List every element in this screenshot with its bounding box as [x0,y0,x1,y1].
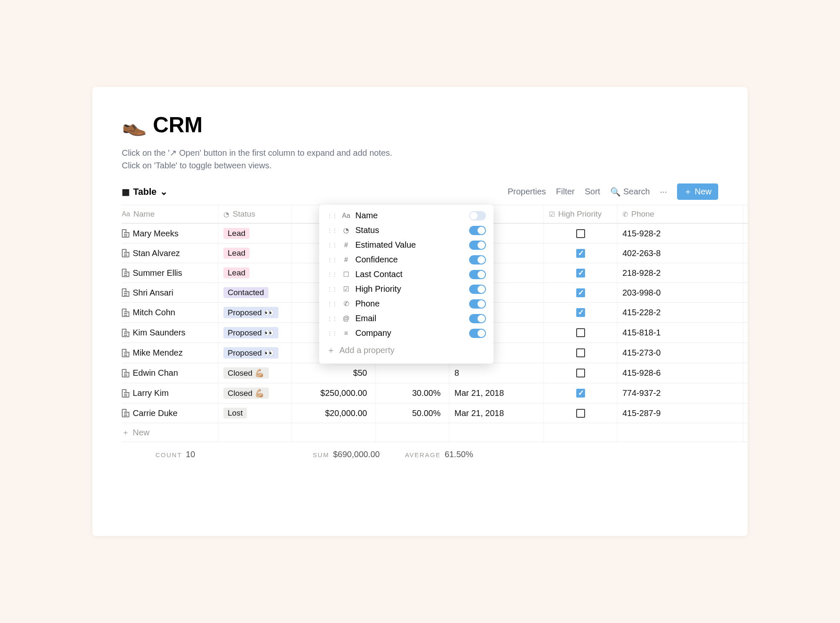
cell-estimated[interactable]: $250,000.00 [292,383,376,403]
checkbox[interactable] [576,389,585,398]
cell-phone[interactable]: 415-928-2 [617,224,743,243]
drag-handle-icon[interactable]: ⋮⋮ [327,257,337,263]
visibility-toggle[interactable] [469,329,486,338]
cell-phone[interactable]: 415-818-1 [617,323,743,343]
cell-status[interactable]: Proposed 👀 [218,343,292,363]
checkbox[interactable] [576,409,585,418]
property-row[interactable]: ⋮⋮≡Company [319,326,494,340]
search-button[interactable]: 🔍 Search [610,187,650,197]
property-row[interactable]: ⋮⋮#Estimated Value [319,238,494,252]
checkbox[interactable] [576,249,585,258]
visibility-toggle[interactable] [469,211,486,220]
cell-name[interactable]: Carrie Duke [92,403,218,423]
col-status[interactable]: ◔Status [218,205,292,223]
cell-name[interactable]: Kim Saunders [92,323,218,343]
properties-button[interactable]: Properties [508,187,546,196]
checkbox[interactable] [576,269,585,277]
cell-name[interactable]: Edwin Chan [92,363,218,383]
cell-phone[interactable]: 415-273-0 [617,343,743,363]
cell-phone[interactable]: 415-287-9 [617,403,743,423]
checkbox[interactable] [576,328,585,337]
drag-handle-icon[interactable]: ⋮⋮ [327,330,337,337]
col-high-priority[interactable]: ☑High Priority [544,205,617,223]
view-selector[interactable]: ▦ Table ⌄ [122,186,168,197]
drag-handle-icon[interactable]: ⋮⋮ [327,212,337,219]
cell-high-priority[interactable] [544,323,617,343]
cell-confidence[interactable] [376,363,449,383]
property-row[interactable]: ⋮⋮◔Status [319,223,494,238]
table-row[interactable]: Larry KimClosed 💪🏼$250,000.0030.00%Mar 2… [122,383,748,403]
page-title[interactable]: CRM [153,112,202,137]
cell-name[interactable]: Stan Alvarez [92,243,218,263]
cell-high-priority[interactable] [544,283,617,302]
property-row[interactable]: ⋮⋮@Email [319,311,494,326]
filter-button[interactable]: Filter [556,187,575,196]
property-row[interactable]: ⋮⋮#Confidence [319,252,494,267]
visibility-toggle[interactable] [469,255,486,264]
cell-high-priority[interactable] [544,243,617,263]
cell-last-contact[interactable]: Mar 21, 2018 [449,403,544,423]
cell-status[interactable]: Closed 💪🏼 [218,363,292,383]
cell-high-priority[interactable] [544,303,617,322]
table-row[interactable]: Edwin ChanClosed 💪🏼$508415-928-6 [122,363,748,383]
visibility-toggle[interactable] [469,285,486,294]
checkbox[interactable] [576,369,585,377]
visibility-toggle[interactable] [469,270,486,279]
col-phone[interactable]: ✆Phone [617,205,743,223]
cell-estimated[interactable]: $50 [292,363,376,383]
property-row[interactable]: ⋮⋮✆Phone [319,296,494,311]
cell-name[interactable]: Mitch Cohn [92,303,218,322]
property-row[interactable]: ⋮⋮AaName [319,208,494,223]
cell-name[interactable]: Shri Ansari [92,283,218,302]
visibility-toggle[interactable] [469,314,486,323]
checkbox[interactable] [576,348,585,357]
cell-last-contact[interactable]: Mar 21, 2018 [449,383,544,403]
drag-handle-icon[interactable]: ⋮⋮ [327,271,337,278]
cell-estimated[interactable]: $20,000.00 [292,403,376,423]
cell-status[interactable]: Proposed 👀 [218,303,292,322]
cell-name[interactable]: Mary Meeks [92,224,218,243]
visibility-toggle[interactable] [469,241,486,250]
cell-phone[interactable]: 774-937-2 [617,383,743,403]
more-menu-button[interactable]: ··· [660,187,667,196]
cell-status[interactable]: Lead [218,224,292,243]
cell-status[interactable]: Lead [218,243,292,263]
checkbox[interactable] [576,308,585,317]
cell-status[interactable]: Lost [218,403,292,423]
checkbox[interactable] [576,229,585,238]
col-name[interactable]: AaName [92,205,218,223]
cell-name[interactable]: Summer Ellis [92,263,218,283]
property-row[interactable]: ⋮⋮☑High Priority [319,282,494,296]
cell-status[interactable]: Lead [218,263,292,283]
cell-high-priority[interactable] [544,224,617,243]
new-row[interactable]: ＋New [122,423,748,442]
drag-handle-icon[interactable]: ⋮⋮ [327,227,337,234]
visibility-toggle[interactable] [469,299,486,309]
cell-high-priority[interactable] [544,263,617,283]
property-row[interactable]: ⋮⋮☐Last Contact [319,267,494,282]
cell-confidence[interactable]: 50.00% [376,403,449,423]
add-property-button[interactable]: ＋Add a property [319,340,494,360]
cell-phone[interactable]: 402-263-8 [617,243,743,263]
cell-status[interactable]: Proposed 👀 [218,323,292,343]
cell-status[interactable]: Contacted [218,283,292,302]
cell-high-priority[interactable] [544,403,617,423]
cell-high-priority[interactable] [544,383,617,403]
checkbox[interactable] [576,288,585,297]
drag-handle-icon[interactable]: ⋮⋮ [327,242,337,249]
cell-phone[interactable]: 218-928-2 [617,263,743,283]
drag-handle-icon[interactable]: ⋮⋮ [327,315,337,322]
cell-high-priority[interactable] [544,363,617,383]
new-button[interactable]: ＋ New [677,183,718,200]
page-icon[interactable]: 👞 [122,113,147,137]
cell-phone[interactable]: 415-228-2 [617,303,743,322]
cell-phone[interactable]: 203-998-0 [617,283,743,302]
sort-button[interactable]: Sort [585,187,600,196]
cell-phone[interactable]: 415-928-6 [617,363,743,383]
cell-high-priority[interactable] [544,343,617,363]
cell-status[interactable]: Closed 💪🏼 [218,383,292,403]
cell-name[interactable]: Mike Mendez [92,343,218,363]
cell-last-contact[interactable]: 8 [449,363,544,383]
cell-confidence[interactable]: 30.00% [376,383,449,403]
drag-handle-icon[interactable]: ⋮⋮ [327,301,337,307]
